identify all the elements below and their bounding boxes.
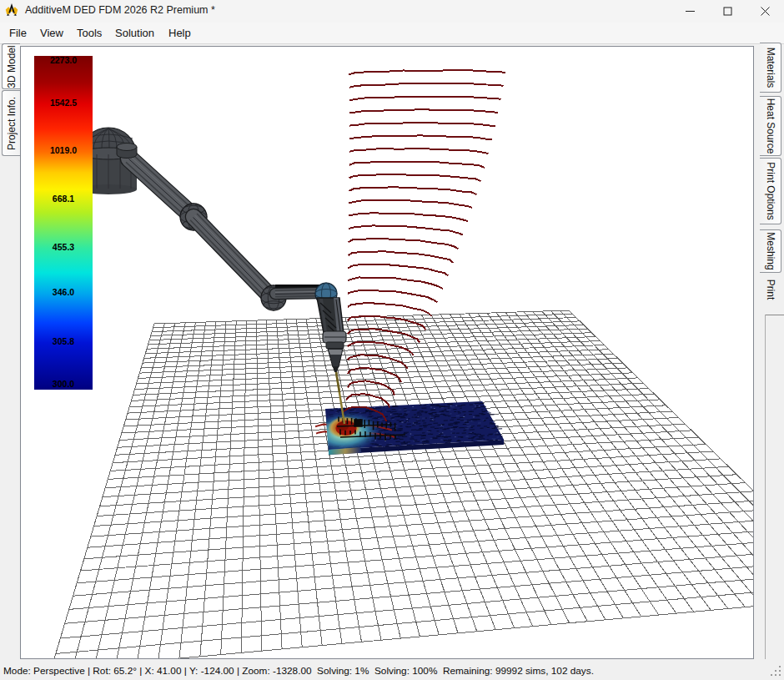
svg-text:1019.0: 1019.0: [50, 145, 77, 155]
svg-text:300.0: 300.0: [53, 379, 74, 389]
svg-text:668.1: 668.1: [53, 194, 74, 204]
svg-text:346.0: 346.0: [53, 287, 74, 297]
svg-text:305.8: 305.8: [53, 336, 74, 346]
svg-text:2273.0: 2273.0: [50, 55, 77, 65]
svg-text:1542.5: 1542.5: [50, 98, 77, 108]
svg-text:455.3: 455.3: [53, 242, 74, 252]
